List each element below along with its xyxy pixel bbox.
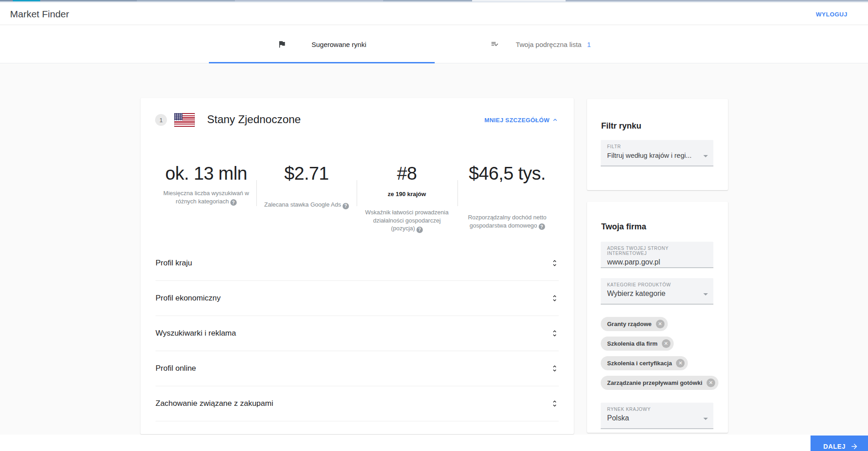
playlist-check-icon: [490, 40, 499, 49]
app-title: Market Finder: [10, 9, 69, 20]
categories-select[interactable]: KATEGORIE PRODUKTÓW Wybierz kategorie: [601, 278, 713, 305]
help-icon[interactable]: ?: [416, 227, 423, 233]
stat-household-income: $46,5 tys. Rozporządzalny dochód netto g…: [457, 163, 557, 233]
close-icon: ✕: [658, 321, 662, 327]
home-market-select[interactable]: RYNEK KRAJOWY Polska: [601, 403, 713, 429]
stat-recommended-bid: $2.71 Zalecana stawka Google Ads?: [256, 163, 357, 233]
country-sections-accordion: Profil kraju Profil ekonomiczny Wyszukiw…: [156, 246, 559, 421]
chip-remove-button[interactable]: ✕: [676, 359, 685, 368]
stat-caption-text: Zalecana stawka Google Ads: [264, 201, 341, 208]
accordion-row-purchase-behavior[interactable]: Zachowanie związane z zakupami: [156, 386, 559, 421]
market-filter-heading: Filtr rynku: [601, 121, 641, 131]
stat-caption: Miesięczna liczba wyszukiwań w różnych k…: [160, 189, 253, 206]
market-card: 1 Stany Zjednoczone MNIEJ SZCZEGÓŁÓW ok.…: [140, 98, 574, 434]
home-market-label: RYNEK KRAJOWY: [607, 407, 707, 412]
stat-value: $2.71: [260, 163, 353, 184]
stat-divider: [457, 180, 458, 206]
filter-select[interactable]: FILTR Filtruj według krajów i regi...: [601, 140, 713, 166]
active-tab-underline: [209, 62, 435, 63]
website-field-label: ADRES TWOJEJ STRONY INTERNETOWEJ: [607, 246, 707, 256]
chip-label: Granty rządowe: [607, 321, 652, 327]
close-icon: ✕: [664, 341, 668, 347]
accordion-row-country-profile[interactable]: Profil kraju: [156, 246, 559, 281]
chip-label: Zarządzanie przepływami gotówki: [607, 379, 702, 386]
stat-caption: Wskaźnik łatwości prowadzenia działalnoś…: [360, 208, 453, 233]
stat-value: #8: [360, 163, 453, 184]
accordion-label: Profil ekonomiczny: [156, 294, 221, 303]
stat-divider: [357, 180, 357, 206]
details-toggle-label: MNIEJ SZCZEGÓŁÓW: [484, 117, 550, 124]
dropdown-arrow-icon: [703, 155, 708, 157]
website-field-value: www.parp.gov.pl: [607, 258, 707, 266]
next-button[interactable]: DALEJ: [811, 435, 868, 451]
flag-icon: [277, 40, 286, 49]
stat-ease-of-business: #8 ze 190 krajów Wskaźnik łatwości prowa…: [357, 163, 457, 233]
chip-remove-button[interactable]: ✕: [707, 378, 715, 387]
next-button-label: DALEJ: [823, 443, 846, 450]
tab-suggested-markets[interactable]: Sugerowane rynki: [209, 25, 435, 63]
stat-subvalue: ze 190 krajów: [360, 191, 453, 197]
logout-link[interactable]: WYLOGUJ: [816, 10, 847, 17]
accordion-row-online-profile[interactable]: Profil online: [156, 351, 559, 386]
filter-select-label: FILTR: [607, 144, 707, 149]
stat-caption-text: Rozporządzalny dochód netto gospodarstwa…: [468, 214, 546, 229]
tab-label: Sugerowane rynki: [312, 41, 366, 48]
stat-value: ok. 13 mln: [160, 163, 253, 184]
help-icon[interactable]: ?: [230, 199, 237, 206]
us-flag-icon: [174, 113, 195, 127]
unfold-more-icon: [551, 364, 559, 373]
unfold-more-icon: [551, 399, 559, 408]
help-icon[interactable]: ?: [343, 203, 349, 209]
accordion-label: Wyszukiwarki i reklama: [156, 329, 236, 338]
tab-label: Twoja podręczna lista: [516, 41, 582, 48]
categories-select-value: Wybierz kategorie: [607, 290, 707, 298]
dropdown-arrow-icon: [703, 293, 708, 295]
rank-badge: 1: [155, 114, 167, 126]
stat-monthly-searches: ok. 13 mln Miesięczna liczba wyszukiwań …: [156, 163, 256, 233]
accordion-label: Zachowanie związane z zakupami: [156, 399, 273, 408]
tab-count-badge: 1: [587, 41, 591, 48]
website-field[interactable]: ADRES TWOJEJ STRONY INTERNETOWEJ www.par…: [601, 242, 713, 268]
categories-select-label: KATEGORIE PRODUKTÓW: [607, 282, 707, 287]
close-icon: ✕: [678, 360, 682, 366]
chip-remove-button[interactable]: ✕: [656, 320, 665, 328]
stat-caption-text: Wskaźnik łatwości prowadzenia działalnoś…: [365, 209, 449, 232]
arrow-forward-icon: [850, 442, 858, 451]
filter-select-value: Filtruj według krajów i regi...: [607, 151, 707, 159]
accordion-label: Profil kraju: [156, 259, 192, 268]
browser-edge-strip: [0, 0, 868, 2]
category-chip: Zarządzanie przepływami gotówki ✕: [601, 376, 718, 390]
help-icon[interactable]: ?: [539, 223, 545, 230]
category-chip: Szkolenia i certyfikacja ✕: [601, 356, 688, 370]
app-bar: Market Finder WYLOGUJ: [0, 3, 868, 25]
market-filter-card: Filtr rynku FILTR Filtruj według krajów …: [587, 99, 728, 190]
chip-remove-button[interactable]: ✕: [662, 339, 670, 348]
tab-bar: Sugerowane rynki Twoja podręczna lista 1: [0, 25, 868, 63]
country-title: Stany Zjednoczone: [207, 113, 301, 126]
accordion-row-search-ads[interactable]: Wyszukiwarki i reklama: [156, 316, 559, 351]
close-icon: ✕: [709, 380, 713, 386]
stat-divider: [256, 180, 257, 206]
stat-caption: Zalecana stawka Google Ads?: [260, 201, 353, 209]
chip-label: Szkolenia dla firm: [607, 340, 658, 347]
category-chip: Granty rządowe ✕: [601, 317, 668, 331]
tab-your-list[interactable]: Twoja podręczna lista 1: [465, 25, 616, 63]
unfold-more-icon: [551, 294, 559, 302]
your-company-heading: Twoja firma: [601, 222, 646, 232]
home-market-value: Polska: [607, 414, 707, 422]
unfold-more-icon: [551, 329, 559, 337]
chip-label: Szkolenia i certyfikacja: [607, 360, 672, 367]
accordion-label: Profil online: [156, 364, 196, 373]
stat-caption: Rozporządzalny dochód netto gospodarstwa…: [461, 213, 554, 230]
chevron-up-icon: [551, 116, 559, 124]
your-company-card: Twoja firma ADRES TWOJEJ STRONY INTERNET…: [587, 202, 728, 433]
details-toggle-button[interactable]: MNIEJ SZCZEGÓŁÓW: [484, 116, 559, 124]
dropdown-arrow-icon: [703, 418, 708, 420]
accordion-row-economic-profile[interactable]: Profil ekonomiczny: [156, 281, 559, 316]
stat-value: $46,5 tys.: [461, 163, 554, 184]
footer-bar: DALEJ: [0, 435, 868, 451]
category-chip: Szkolenia dla firm ✕: [601, 337, 674, 351]
unfold-more-icon: [551, 259, 559, 267]
